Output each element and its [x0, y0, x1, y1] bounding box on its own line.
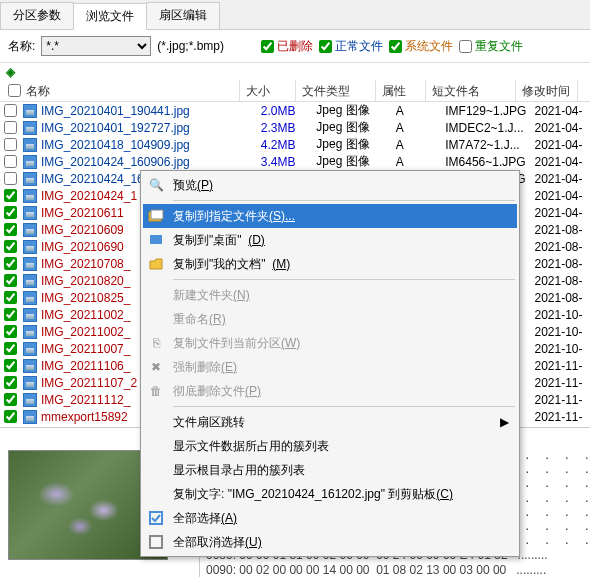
menu-copy-partition[interactable]: ⎘ 复制文件到当前分区(W)	[143, 331, 517, 355]
col-mtime[interactable]: 修改时间	[516, 80, 578, 101]
file-name: IMG_20211112_	[41, 393, 130, 407]
file-icon	[23, 342, 37, 356]
row-checkbox[interactable]	[4, 104, 17, 117]
preview-icon: 🔍	[147, 176, 165, 194]
col-type[interactable]: 文件类型	[296, 80, 376, 101]
name-filter-select[interactable]: *.*	[41, 36, 151, 56]
file-icon	[23, 257, 37, 271]
header-checkbox[interactable]	[8, 84, 21, 97]
file-mtime: 2021-10-	[529, 308, 591, 322]
menu-cluster-list-file[interactable]: 显示文件数据所占用的簇列表	[143, 434, 517, 458]
row-checkbox[interactable]	[4, 155, 17, 168]
file-name: IMG_20210401_192727.jpg	[41, 121, 190, 135]
file-icon	[23, 359, 37, 373]
col-name[interactable]: 名称	[0, 80, 240, 101]
file-name: IMG_20210690	[41, 240, 124, 254]
row-checkbox[interactable]	[4, 359, 17, 372]
menu-perm-delete[interactable]: 🗑 彻底删除文件(P)	[143, 379, 517, 403]
tab-sector[interactable]: 扇区编辑	[146, 2, 220, 29]
chk-system[interactable]: 系统文件	[389, 38, 453, 55]
file-icon	[23, 410, 37, 424]
menu-select-all[interactable]: 全部选择(A)	[143, 506, 517, 530]
file-name: IMG_20211107_2	[41, 376, 137, 390]
file-icon	[23, 291, 37, 305]
svg-rect-2	[150, 235, 162, 244]
file-name: IMG_20210611	[41, 206, 124, 220]
file-size: 4.2MB	[255, 138, 311, 152]
separator	[173, 406, 515, 407]
chk-deleted[interactable]: 已删除	[261, 38, 313, 55]
row-checkbox[interactable]	[4, 257, 17, 270]
tab-browse[interactable]: 浏览文件	[73, 3, 147, 30]
table-row[interactable]: IMG_20210401_190441.jpg2.0MBJpeg 图像AIMF1…	[0, 102, 590, 119]
file-short: IM6456~1.JPG	[439, 155, 528, 169]
file-mtime: 2021-04-	[529, 155, 591, 169]
file-mtime: 2021-11-	[529, 393, 591, 407]
menu-copy-desktop[interactable]: 复制到"桌面" (D)	[143, 228, 517, 252]
row-checkbox[interactable]	[4, 240, 17, 253]
file-mtime: 2021-04-	[529, 121, 591, 135]
filter-bar: 名称: *.* (*.jpg;*.bmp) 已删除 正常文件 系统文件 重复文件	[0, 30, 590, 63]
row-checkbox[interactable]	[4, 376, 17, 389]
file-mtime: 2021-04-	[529, 104, 591, 118]
table-row[interactable]: IMG_20210418_104909.jpg4.2MBJpeg 图像AIM7A…	[0, 136, 590, 153]
table-row[interactable]: IMG_20210424_160906.jpg3.4MBJpeg 图像AIM64…	[0, 153, 590, 170]
file-icon	[23, 206, 37, 220]
file-name: IMG_20211002_	[41, 308, 130, 322]
col-size[interactable]: 大小	[240, 80, 296, 101]
ext-hint: (*.jpg;*.bmp)	[157, 39, 224, 53]
file-mtime: 2021-04-	[529, 138, 591, 152]
file-name: IMG_20211002_	[41, 325, 130, 339]
row-checkbox[interactable]	[4, 393, 17, 406]
file-icon	[23, 393, 37, 407]
menu-sector-jump[interactable]: 文件扇区跳转 ▶	[143, 410, 517, 434]
up-dir-row[interactable]: ◈	[0, 63, 590, 80]
file-attr: A	[390, 121, 440, 135]
table-row[interactable]: IMG_20210401_192727.jpg2.3MBJpeg 图像AIMDE…	[0, 119, 590, 136]
chk-dup[interactable]: 重复文件	[459, 38, 523, 55]
menu-deselect-all[interactable]: 全部取消选择(U)	[143, 530, 517, 554]
file-type: Jpeg 图像	[310, 153, 389, 170]
documents-icon	[147, 255, 165, 273]
row-checkbox[interactable]	[4, 274, 17, 287]
file-icon	[23, 223, 37, 237]
tab-partition[interactable]: 分区参数	[0, 2, 74, 29]
menu-force-delete[interactable]: ✖ 强制删除(E)	[143, 355, 517, 379]
menu-new-folder[interactable]: 新建文件夹(N)	[143, 283, 517, 307]
up-arrow-icon: ◈	[6, 65, 15, 79]
name-label: 名称:	[8, 38, 35, 55]
file-attr: A	[390, 155, 440, 169]
row-checkbox[interactable]	[4, 342, 17, 355]
file-mtime: 2021-08-	[529, 223, 591, 237]
col-short[interactable]: 短文件名	[426, 80, 516, 101]
row-checkbox[interactable]	[4, 308, 17, 321]
file-name: IMG_20210609	[41, 223, 124, 237]
file-mtime: 2021-08-	[529, 240, 591, 254]
menu-copy-text[interactable]: 复制文字: "IMG_20210424_161202.jpg" 到剪贴板(C)	[143, 482, 517, 506]
file-mtime: 2021-11-	[529, 410, 591, 424]
col-attr[interactable]: 属性	[376, 80, 426, 101]
row-checkbox[interactable]	[4, 121, 17, 134]
row-checkbox[interactable]	[4, 189, 17, 202]
file-icon	[23, 138, 37, 152]
row-checkbox[interactable]	[4, 325, 17, 338]
menu-copy-docs[interactable]: 复制到"我的文档" (M)	[143, 252, 517, 276]
blank-icon	[147, 286, 165, 304]
file-mtime: 2021-10-	[529, 342, 591, 356]
menu-preview[interactable]: 🔍 预览(P)	[143, 173, 517, 197]
desktop-icon	[147, 231, 165, 249]
menu-copy-to-folder[interactable]: 复制到指定文件夹(S)...	[143, 204, 517, 228]
row-checkbox[interactable]	[4, 172, 17, 185]
row-checkbox[interactable]	[4, 410, 17, 423]
menu-cluster-list-root[interactable]: 显示根目录占用的簇列表	[143, 458, 517, 482]
row-checkbox[interactable]	[4, 206, 17, 219]
file-name: IMG_20210418_104909.jpg	[41, 138, 190, 152]
chk-normal[interactable]: 正常文件	[319, 38, 383, 55]
row-checkbox[interactable]	[4, 291, 17, 304]
separator	[173, 200, 515, 201]
row-checkbox[interactable]	[4, 223, 17, 236]
menu-rename[interactable]: 重命名(R)	[143, 307, 517, 331]
blank-icon	[147, 461, 165, 479]
file-mtime: 2021-08-	[529, 274, 591, 288]
row-checkbox[interactable]	[4, 138, 17, 151]
